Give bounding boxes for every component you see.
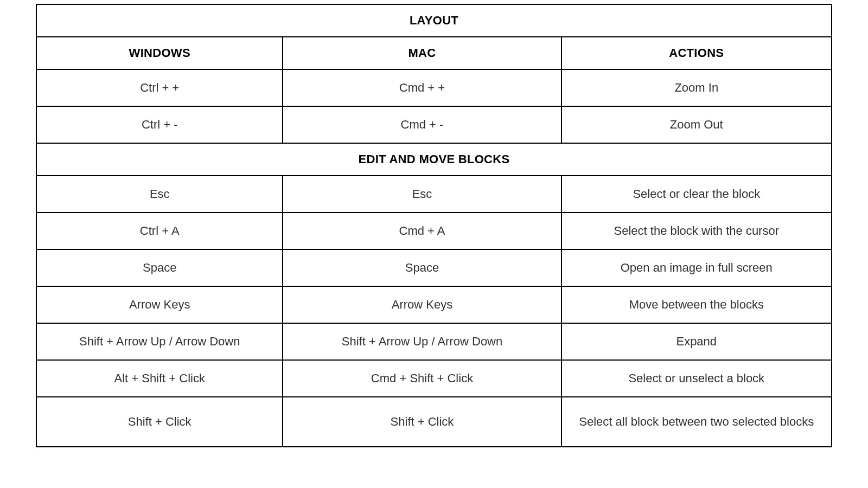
cell-mac: Shift + Arrow Up / Arrow Down: [283, 323, 561, 360]
cell-action: Open an image in full screen: [561, 249, 832, 286]
cell-mac: Cmd + +: [283, 69, 561, 106]
cell-windows: Shift + Click: [36, 397, 283, 447]
cell-mac: Arrow Keys: [283, 286, 561, 323]
cell-windows: Arrow Keys: [36, 286, 283, 323]
table-row: Ctrl + A Cmd + A Select the block with t…: [36, 213, 832, 249]
cell-mac: Esc: [283, 176, 561, 213]
cell-windows: Ctrl + A: [36, 213, 283, 249]
cell-mac: Cmd + -: [283, 106, 561, 143]
table-row: Esc Esc Select or clear the block: [36, 176, 832, 213]
table-row: Shift + Arrow Up / Arrow Down Shift + Ar…: [36, 323, 832, 360]
table-row: Alt + Shift + Click Cmd + Shift + Click …: [36, 360, 832, 397]
section-layout-title-row: LAYOUT: [36, 4, 832, 37]
table-row: Shift + Click Shift + Click Select all b…: [36, 397, 832, 447]
cell-action: Select or unselect a block: [561, 360, 832, 397]
cell-mac: Cmd + A: [283, 213, 561, 249]
section-edit-title-row: EDIT AND MOVE BLOCKS: [36, 143, 832, 176]
cell-action: Zoom In: [561, 69, 832, 106]
section-edit-title: EDIT AND MOVE BLOCKS: [36, 143, 832, 176]
cell-windows: Shift + Arrow Up / Arrow Down: [36, 323, 283, 360]
cell-mac: Cmd + Shift + Click: [283, 360, 561, 397]
cell-windows: Esc: [36, 176, 283, 213]
cell-action: Expand: [561, 323, 832, 360]
col-header-actions: ACTIONS: [561, 37, 832, 69]
cell-action: Move between the blocks: [561, 286, 832, 323]
page-container: LAYOUT WINDOWS MAC ACTIONS Ctrl + + Cmd …: [0, 0, 868, 488]
shortcuts-table: LAYOUT WINDOWS MAC ACTIONS Ctrl + + Cmd …: [36, 4, 832, 447]
cell-action: Select or clear the block: [561, 176, 832, 213]
table-row: Ctrl + - Cmd + - Zoom Out: [36, 106, 832, 143]
cell-mac: Space: [283, 249, 561, 286]
column-headers-row: WINDOWS MAC ACTIONS: [36, 37, 832, 69]
cell-windows: Ctrl + -: [36, 106, 283, 143]
table-row: Ctrl + + Cmd + + Zoom In: [36, 69, 832, 106]
col-header-windows: WINDOWS: [36, 37, 283, 69]
cell-action: Zoom Out: [561, 106, 832, 143]
cell-windows: Ctrl + +: [36, 69, 283, 106]
cell-windows: Alt + Shift + Click: [36, 360, 283, 397]
cell-mac: Shift + Click: [283, 397, 561, 447]
section-layout-title: LAYOUT: [36, 4, 832, 37]
col-header-mac: MAC: [283, 37, 561, 69]
cell-action: Select all block between two selected bl…: [561, 397, 832, 447]
cell-windows: Space: [36, 249, 283, 286]
table-row: Arrow Keys Arrow Keys Move between the b…: [36, 286, 832, 323]
cell-action: Select the block with the cursor: [561, 213, 832, 249]
table-row: Space Space Open an image in full screen: [36, 249, 832, 286]
